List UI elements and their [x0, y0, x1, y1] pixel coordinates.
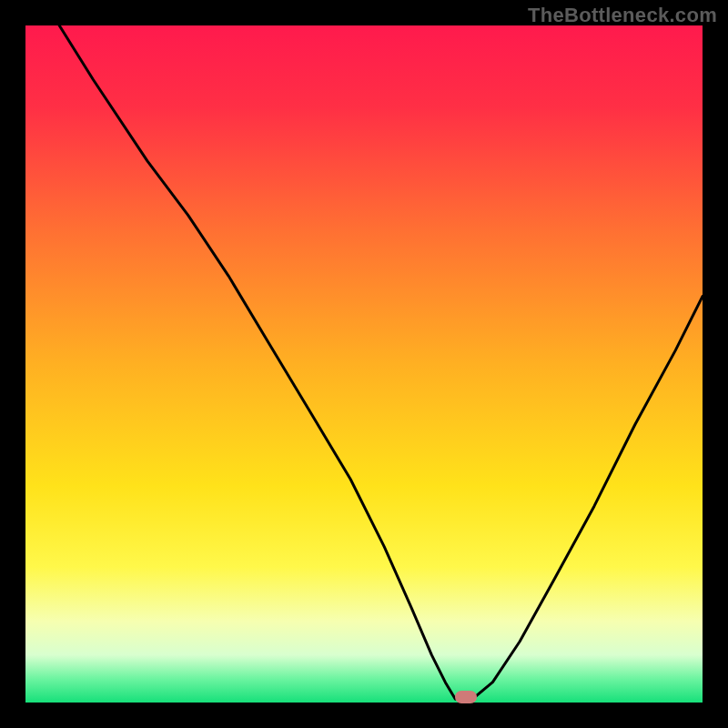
- chart-frame: TheBottleneck.com: [0, 0, 728, 728]
- optimum-marker: [455, 691, 477, 703]
- plot-area: [25, 25, 703, 703]
- gradient-background: [25, 25, 703, 703]
- chart-svg: [25, 25, 703, 703]
- watermark-text: TheBottleneck.com: [528, 4, 717, 27]
